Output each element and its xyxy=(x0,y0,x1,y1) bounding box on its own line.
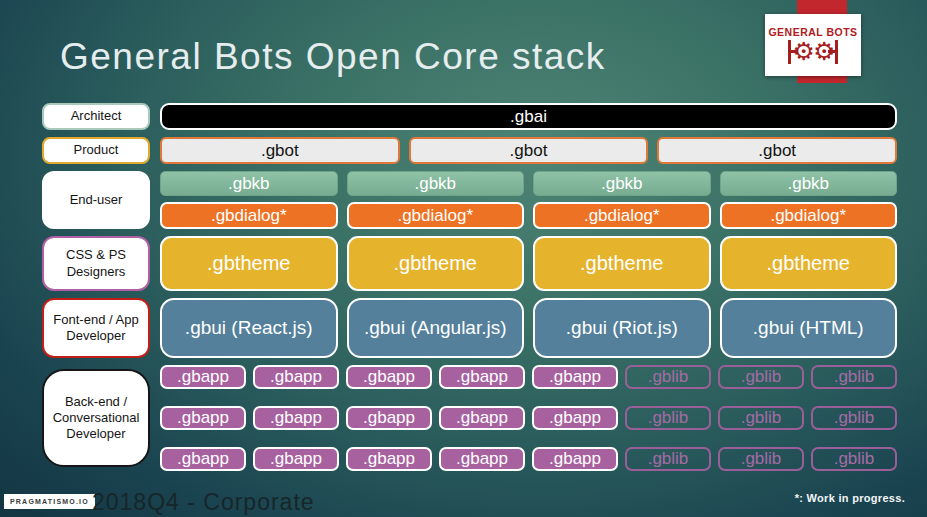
gblib-box: .gblib xyxy=(625,406,711,430)
gblib-box: .gblib xyxy=(718,447,804,471)
row-label-designers: CSS & PS Designers xyxy=(42,236,150,291)
gear-glyphs-icon: ⚙⚙ xyxy=(793,39,834,64)
gblib-box: .gblib xyxy=(625,365,711,389)
gbapp-box: .gbapp xyxy=(160,365,246,389)
gblib-box: .gblib xyxy=(811,365,897,389)
gblib-box: .gblib xyxy=(625,447,711,471)
stack-box-gbtheme: .gbtheme xyxy=(720,236,898,291)
stack-box-gbkb: .gbkb xyxy=(347,171,525,196)
gblib-box: .gblib xyxy=(811,406,897,430)
stack-box-gbkb: .gbkb xyxy=(533,171,711,196)
row-label-product: Product xyxy=(42,137,150,164)
stack-box-gbot: .gbot xyxy=(409,137,649,164)
gears-icon: ⚙⚙ xyxy=(788,39,839,64)
gblib-box: .gblib xyxy=(811,447,897,471)
gbapp-box: .gbapp xyxy=(532,406,618,430)
stack-box-gbkb: .gbkb xyxy=(720,171,898,196)
gbapp-box: .gbapp xyxy=(346,447,432,471)
stack-box-gbui-riot: .gbui (Riot.js) xyxy=(533,298,711,358)
band-backend: Back-end / Conversational Developer .gba… xyxy=(42,365,897,471)
stack-box-gbtheme: .gbtheme xyxy=(160,236,338,291)
gblib-box: .gblib xyxy=(718,365,804,389)
band-architect: Architect .gbai xyxy=(42,103,897,130)
stack-box-gbtheme: .gbtheme xyxy=(347,236,525,291)
stack-box-gbkb: .gbkb xyxy=(160,171,338,196)
gbapp-box: .gbapp xyxy=(253,447,339,471)
band-end-user: End-user .gbkb .gbkb .gbkb .gbkb .gbdial… xyxy=(42,171,897,229)
stack-box-gbdialog: .gbdialog* xyxy=(533,202,711,229)
row-label-backend: Back-end / Conversational Developer xyxy=(42,369,150,467)
stack-box-gbdialog: .gbdialog* xyxy=(720,202,898,229)
stack-box-gbot: .gbot xyxy=(657,137,897,164)
gbapp-box: .gbapp xyxy=(439,447,525,471)
gbapp-box: .gbapp xyxy=(346,406,432,430)
gbapp-box: .gbapp xyxy=(532,365,618,389)
stack-diagram: Architect .gbai Product .gbot .gbot .gbo… xyxy=(42,103,897,471)
gbapp-box: .gbapp xyxy=(253,406,339,430)
gbapp-box: .gbapp xyxy=(160,447,246,471)
stack-box-gbui-angular: .gbui (Angular.js) xyxy=(347,298,525,358)
gbapp-box: .gbapp xyxy=(346,365,432,389)
page-title: General Bots Open Core stack xyxy=(60,36,606,78)
row-label-architect: Architect xyxy=(42,103,150,130)
footer-caption: 2018Q4 - Corporate xyxy=(92,489,315,516)
work-in-progress-note: *: Work in progress. xyxy=(795,492,905,504)
logo-card: GENERAL BOTS ⚙⚙ xyxy=(765,14,861,76)
stack-box-gbdialog: .gbdialog* xyxy=(160,202,338,229)
slide: General Bots Open Core stack GENERAL BOT… xyxy=(0,0,927,517)
gear-tick-right-icon xyxy=(835,40,838,64)
general-bots-logo: GENERAL BOTS ⚙⚙ xyxy=(765,0,871,96)
gblib-box: .gblib xyxy=(718,406,804,430)
stack-box-gbot: .gbot xyxy=(160,137,400,164)
stack-box-gbtheme: .gbtheme xyxy=(533,236,711,291)
stack-box-gbui-react: .gbui (React.js) xyxy=(160,298,338,358)
gbapp-box: .gbapp xyxy=(439,406,525,430)
gbapp-box: .gbapp xyxy=(160,406,246,430)
gbapp-box: .gbapp xyxy=(439,365,525,389)
band-frontend: Font-end / App Developer .gbui (React.js… xyxy=(42,298,897,358)
band-designers: CSS & PS Designers .gbtheme .gbtheme .gb… xyxy=(42,236,897,291)
row-label-end-user: End-user xyxy=(42,171,150,229)
pragmatismo-brand-badge: PRAGMATISMO.IO xyxy=(4,494,95,509)
stack-box-gbai: .gbai xyxy=(160,103,897,130)
band-product: Product .gbot .gbot .gbot xyxy=(42,137,897,164)
gbapp-box: .gbapp xyxy=(253,365,339,389)
gbapp-box: .gbapp xyxy=(532,447,618,471)
stack-box-gbdialog: .gbdialog* xyxy=(347,202,525,229)
stack-box-gbui-html: .gbui (HTML) xyxy=(720,298,898,358)
gear-tick-left-icon xyxy=(788,40,791,64)
row-label-frontend: Font-end / App Developer xyxy=(42,298,150,358)
